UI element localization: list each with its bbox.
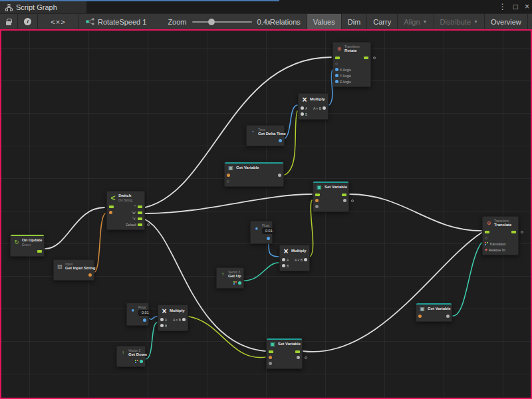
- value-port[interactable]: [343, 199, 346, 202]
- value-port[interactable]: [335, 74, 338, 77]
- value-port[interactable]: [278, 174, 281, 177]
- node-vector3-get-down[interactable]: ↑Vector 3Get Down: [116, 346, 146, 367]
- port-stub[interactable]: [147, 223, 150, 226]
- value-port[interactable]: [323, 106, 326, 110]
- info-button[interactable]: i: [18, 14, 38, 29]
- node-port-row: [127, 317, 148, 323]
- zoom-slider-thumb[interactable]: [208, 19, 215, 25]
- flow-port[interactable]: [485, 231, 489, 233]
- value-port[interactable]: [301, 112, 304, 116]
- flow-port[interactable]: [138, 211, 142, 214]
- node-multiply-3[interactable]: ×MultiplyAA × BB: [158, 305, 188, 331]
- lock-button[interactable]: [0, 14, 18, 29]
- value-port[interactable]: [269, 362, 272, 365]
- node-switch-on-string[interactable]: <SwitchOn String"""w""s"Default: [106, 191, 145, 230]
- flow-port[interactable]: [511, 231, 516, 233]
- value-port[interactable]: [282, 258, 285, 261]
- value-port[interactable]: [335, 80, 338, 83]
- node-rotate[interactable]: ⊕TransformRotateX AngleY AngleZ Angle: [332, 42, 371, 87]
- node-port-row: B: [299, 111, 328, 117]
- vector3-value-icon: [233, 281, 237, 285]
- node-vector3-get-up[interactable]: ↑Vector 3Get Up: [216, 267, 244, 289]
- value-port[interactable]: [182, 318, 186, 321]
- value-port[interactable]: [88, 273, 92, 277]
- ghost-port[interactable]: [227, 180, 229, 183]
- flow-port[interactable]: [138, 223, 142, 226]
- zoom-slider[interactable]: [192, 19, 252, 25]
- node-float-2[interactable]: ●Float0.01: [126, 303, 149, 326]
- value-port[interactable]: [160, 318, 164, 321]
- node-multiply-2[interactable]: ×MultiplyAA × BB: [279, 245, 310, 271]
- flow-port[interactable]: [315, 194, 320, 196]
- port-stub[interactable]: [373, 57, 376, 59]
- toolbar-button-overview[interactable]: Overview: [485, 14, 528, 29]
- value-port[interactable]: [279, 139, 282, 142]
- maximize-icon[interactable]: □: [513, 1, 518, 12]
- node-translate[interactable]: ⊕TransformTranslateTranslation◆Relative …: [482, 216, 519, 255]
- toolbar-button-values[interactable]: Values: [307, 14, 342, 29]
- value-port[interactable]: [160, 324, 164, 327]
- variable-icon: ▣: [419, 307, 426, 312]
- graph-breadcrumb[interactable]: RotateSpeed 1: [79, 14, 153, 29]
- value-port[interactable]: [418, 315, 422, 318]
- value-field[interactable]: 0.01: [262, 228, 276, 234]
- port-stub[interactable]: [351, 200, 354, 202]
- flow-port[interactable]: [269, 350, 273, 353]
- value-port[interactable]: [335, 68, 338, 71]
- node-port-row: Default: [107, 221, 144, 227]
- value-field[interactable]: 0.01: [138, 310, 152, 316]
- toolbar-button-fullscreen[interactable]: Full Screen: [528, 14, 532, 29]
- tab-script-graph[interactable]: Script Graph: [0, 1, 86, 13]
- value-port[interactable]: [304, 258, 307, 261]
- port-label: A: [165, 318, 167, 322]
- node-set-variable-2[interactable]: ▣Set Variable: [266, 338, 303, 369]
- vector3-port[interactable]: [238, 281, 241, 285]
- close-icon[interactable]: ×: [525, 1, 529, 12]
- toolbar-button-carry[interactable]: Carry: [367, 14, 398, 29]
- code-preview-button[interactable]: <×>: [38, 14, 79, 29]
- node-get-variable-1[interactable]: ▣Get Variable: [224, 162, 284, 187]
- value-port[interactable]: [109, 211, 112, 214]
- node-get-variable-2[interactable]: ▣Get Variable: [416, 303, 452, 322]
- ghost-port[interactable]: [335, 63, 338, 65]
- value-port[interactable]: [446, 315, 450, 318]
- flow-port[interactable]: [109, 205, 114, 208]
- vector3-port[interactable]: [140, 360, 143, 363]
- value-port[interactable]: [315, 205, 319, 208]
- flow-port[interactable]: [138, 217, 142, 220]
- port-stub[interactable]: [305, 356, 307, 359]
- flow-port[interactable]: [364, 57, 368, 59]
- node-set-variable-1[interactable]: ▣Set Variable: [313, 181, 349, 212]
- toolbar-button-relations[interactable]: Relations: [264, 14, 307, 29]
- graph-canvas[interactable]: ↻On UpdateEvent▤InputGet Input String<Sw…: [0, 29, 532, 399]
- menu-icon[interactable]: ⋮: [499, 1, 507, 12]
- flow-port[interactable]: [138, 205, 142, 208]
- value-port[interactable]: [267, 237, 270, 240]
- node-float-1[interactable]: ●Float0.01: [250, 221, 273, 244]
- value-port[interactable]: [297, 356, 300, 359]
- node-get-delta-time[interactable]: ◔TimeGet Delta Time: [246, 125, 285, 146]
- node-port-row: [313, 203, 348, 209]
- node-multiply-1[interactable]: ×MultiplyAA × BB: [298, 93, 329, 120]
- toolbar-button-dim[interactable]: Dim: [342, 14, 368, 29]
- flow-port[interactable]: [335, 57, 340, 59]
- ghost-port[interactable]: [485, 237, 487, 239]
- value-port[interactable]: [301, 106, 304, 110]
- node-port-row: [267, 348, 302, 354]
- value-port[interactable]: [315, 199, 319, 202]
- value-port[interactable]: [227, 174, 230, 177]
- port-stub[interactable]: [521, 231, 523, 233]
- value-port[interactable]: [282, 264, 285, 267]
- node-get-input-string[interactable]: ▤InputGet Input String: [53, 259, 94, 281]
- toolbar-button-distribute: Distribute▼: [434, 14, 485, 29]
- node-header: ▣Set Variable: [313, 183, 348, 192]
- value-port[interactable]: [269, 356, 272, 359]
- node-title: On Update: [22, 238, 41, 243]
- node-on-update[interactable]: ↻On UpdateEvent: [10, 234, 45, 257]
- toolbar-button-label: Relations: [270, 18, 301, 26]
- flow-port[interactable]: [295, 350, 300, 353]
- value-port[interactable]: [143, 319, 146, 322]
- flow-port[interactable]: [342, 194, 346, 196]
- node-port-row: [225, 172, 283, 178]
- flow-port[interactable]: [37, 250, 42, 253]
